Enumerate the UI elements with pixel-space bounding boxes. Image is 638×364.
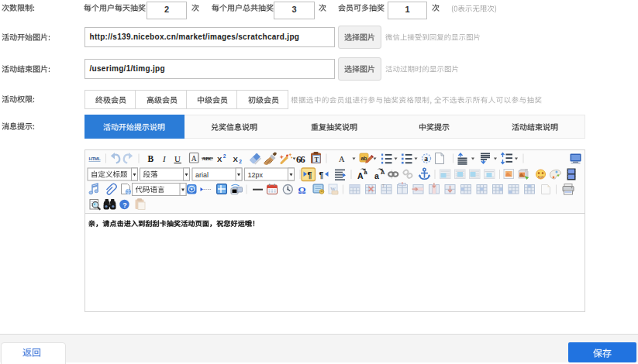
svg-text:66: 66 <box>296 153 305 165</box>
svg-text:12px: 12px <box>248 171 264 179</box>
svg-text:2: 2 <box>223 153 226 159</box>
svg-text:a: a <box>424 155 428 163</box>
svg-text:X: X <box>217 155 222 163</box>
svg-text:a: a <box>374 171 379 180</box>
svg-text:ABC: ABC <box>202 156 213 162</box>
svg-text:T: T <box>315 156 319 163</box>
svg-text:arial: arial <box>195 171 209 179</box>
svg-text:B: B <box>148 154 154 163</box>
svg-text:ab: ab <box>361 156 367 161</box>
svg-text:U: U <box>174 154 181 163</box>
svg-text:X: X <box>233 155 239 163</box>
svg-text:A: A <box>191 155 197 163</box>
svg-text:HTML: HTML <box>89 156 102 161</box>
svg-text:A: A <box>357 171 364 180</box>
svg-text:I: I <box>162 154 167 163</box>
svg-text:A: A <box>339 155 345 163</box>
svg-text:¶: ¶ <box>319 170 324 180</box>
svg-text:T: T <box>382 184 385 188</box>
svg-text:2: 2 <box>239 159 242 164</box>
svg-text:Ω: Ω <box>298 185 306 196</box>
svg-text:¶: ¶ <box>308 170 312 180</box>
svg-text:?: ? <box>122 201 127 209</box>
